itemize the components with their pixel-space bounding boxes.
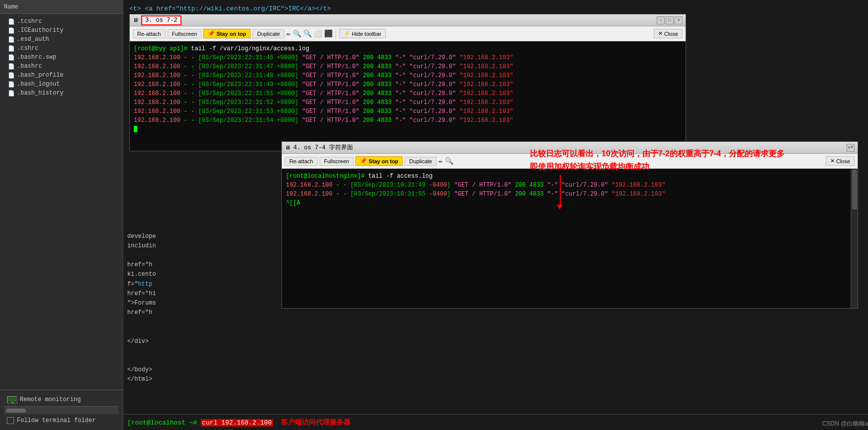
win1-toolbar-icon3[interactable]: 🔍 xyxy=(303,29,312,38)
file-name: .bash_history xyxy=(17,90,64,97)
remote-monitoring-btn[interactable]: Remote monitoring xyxy=(4,394,119,405)
bg-f-http: f="http xyxy=(127,280,259,289)
bg-spacer xyxy=(127,251,259,260)
file-icon: 📄 xyxy=(8,45,15,52)
sidebar-header: Name xyxy=(0,0,123,14)
bg-href2: href="hi xyxy=(127,289,259,299)
file-icon: 📄 xyxy=(8,27,15,34)
hide-toolbar-icon: ⚡ xyxy=(344,30,350,37)
win1-log-line: 192.168.2.100 - - [03/Sep/2023:22:31:54 … xyxy=(134,116,682,125)
win1-prompt: [root@byy api]# xyxy=(134,45,187,52)
win1-titlebar: 🖥 3. os 7-2 ─ □ × xyxy=(130,14,686,26)
win1-toolbar-icon4[interactable]: ⬜ xyxy=(314,29,322,38)
win2-fullscreen-btn[interactable]: Fullscreen xyxy=(320,157,354,166)
sidebar-file-item[interactable]: 📄.tcshrc xyxy=(0,17,123,26)
win2-close-toolbar-btn[interactable]: ✕ Close xyxy=(826,156,855,166)
sidebar-file-item[interactable]: 📄.bash_profile xyxy=(0,71,123,80)
bg-href3: href="h xyxy=(127,308,259,318)
win2-stay-on-top-btn[interactable]: 📌 Stay on top xyxy=(355,156,403,166)
win1-close-icon: ✕ xyxy=(658,30,663,37)
win1-close-toolbar-btn[interactable]: ✕ Close xyxy=(654,29,683,38)
win2-icon: 🖥 xyxy=(285,144,290,151)
win1-close-btn[interactable]: × xyxy=(675,16,683,24)
file-name: .bashrc xyxy=(17,63,42,70)
win1-title: 3. os 7-2 xyxy=(141,15,181,25)
win1-icon: 🖥 xyxy=(133,17,138,23)
win2-prompt: [root@localhostnginx]# xyxy=(286,173,364,180)
win1-toolbar-icon5[interactable]: ⬛ xyxy=(324,29,333,38)
win1-duplicate-btn[interactable]: Duplicate xyxy=(253,29,284,38)
win2-log-container: 192.168.2.100 - - [03/Sep/2023:10:31:49 … xyxy=(286,181,854,199)
win2-close-toolbar-icon: ✕ xyxy=(830,158,835,164)
win1-minimize-btn[interactable]: ─ xyxy=(657,16,665,24)
scroll-thumb xyxy=(6,409,26,413)
bottom-cmd-highlight: curl 192.168.2.100 xyxy=(201,419,272,427)
csdn-badge: CSDN @白幽幽a xyxy=(822,420,868,428)
win2-stay-icon: 📌 xyxy=(360,158,367,164)
win1-terminal-body[interactable]: [root@byy api]# tail -f /var/log/nginx/a… xyxy=(130,41,686,151)
follow-folder-checkbox[interactable] xyxy=(7,417,14,424)
bg-body-close: </body> xyxy=(127,365,259,375)
win1-toolbar-icon1[interactable]: ✏️ xyxy=(286,29,290,38)
terminal-win1: 🖥 3. os 7-2 ─ □ × Re-attach Fullscreen 📌… xyxy=(129,14,686,151)
sidebar-file-item[interactable]: 📄.bash_logout xyxy=(0,80,123,89)
bg-line-1: <t> <a href="http://wiki.centos.org/IRC"… xyxy=(129,5,331,12)
win1-prompt-line: [root@byy api]# tail -f /var/log/nginx/a… xyxy=(134,44,682,53)
bottom-bar: [root@localhost ~# curl 192.168.2.100 客户… xyxy=(123,414,868,430)
sidebar-file-item[interactable]: 📄.esd_auth xyxy=(0,35,123,44)
win2-reattach-btn[interactable]: Re-attach xyxy=(285,157,318,166)
win2-duplicate-btn[interactable]: Duplicate xyxy=(405,157,436,166)
sidebar-scrollbar[interactable] xyxy=(4,406,119,414)
bg-text-includin: includin xyxy=(127,241,259,251)
file-name: .esd_auth xyxy=(17,36,49,43)
sidebar-file-item[interactable]: 📄.bashrc.swp xyxy=(0,53,123,62)
win1-log-line: 192.168.2.100 - - [03/Sep/2023:22:31:51 … xyxy=(134,89,682,98)
win1-log-line: 192.168.2.100 - - [03/Sep/2023:22:31:46 … xyxy=(134,53,682,62)
win1-hide-toolbar-btn[interactable]: ⚡ Hide toolbar xyxy=(339,29,386,38)
file-icon: 📄 xyxy=(8,81,15,88)
sidebar-file-item[interactable]: 📄.bashrc xyxy=(0,62,123,71)
win1-log-line: 192.168.2.100 - - [03/Sep/2023:22:31:52 … xyxy=(134,98,682,107)
win2-scrollbar[interactable] xyxy=(851,169,858,308)
sidebar-header-label: Name xyxy=(4,3,18,10)
win2-scroll-thumb xyxy=(852,170,857,210)
file-icon: 📄 xyxy=(8,36,15,43)
win2-titlebar: 🖥 4. os 7-4 字符界面 ✕ × xyxy=(282,142,858,154)
win1-reattach-btn[interactable]: Re-attach xyxy=(133,29,166,38)
follow-folder-area[interactable]: Follow terminal folder xyxy=(4,414,119,427)
win2-cursor-line: ^[[A xyxy=(286,199,854,208)
win1-log-line: 192.168.2.100 - - [03/Sep/2023:22:31:49 … xyxy=(134,80,682,89)
sidebar-file-item[interactable]: 📄.cshrc xyxy=(0,44,123,53)
win2-toolbar-icon1[interactable]: ✏️ xyxy=(438,157,442,165)
sidebar-file-item[interactable]: 📄.bash_history xyxy=(0,89,123,98)
win2-log-line: 192.168.2.100 - - [03/Sep/2023:10:31:49 … xyxy=(286,181,854,190)
win2-controls: ✕ × xyxy=(847,144,855,152)
win2-close-btn[interactable]: ✕ × xyxy=(847,144,855,152)
bg-text-develope: develope xyxy=(127,232,259,241)
win1-log-line: 192.168.2.100 - - [03/Sep/2023:22:31:48 … xyxy=(134,71,682,80)
terminal-win2: 🖥 4. os 7-4 字符界面 ✕ × Re-attach Fullscree… xyxy=(281,141,858,309)
win1-log-container: 192.168.2.100 - - [03/Sep/2023:22:31:46 … xyxy=(134,53,682,125)
win2-toolbar-icon2[interactable]: 🔍 xyxy=(445,157,453,165)
file-name: .bashrc.swp xyxy=(17,54,56,61)
win2-log-line: 192.168.2.100 - - [03/Sep/2023:10:31:55 … xyxy=(286,190,854,199)
win1-stay-on-top-btn[interactable]: 📌 Stay on top xyxy=(203,29,251,38)
win1-maximize-btn[interactable]: □ xyxy=(666,16,674,24)
file-icon: 📄 xyxy=(8,90,15,97)
sidebar-file-item[interactable]: 📄.ICEauthority xyxy=(0,26,123,35)
win1-toolbar: Re-attach Fullscreen 📌 Stay on top Dupli… xyxy=(130,26,686,41)
remote-monitoring-label: Remote monitoring xyxy=(20,396,81,403)
bottom-annotation: 客户端访问代理服务器 xyxy=(281,418,350,426)
win1-fullscreen-btn[interactable]: Fullscreen xyxy=(168,29,202,38)
bg-html-close: </html> xyxy=(127,375,259,384)
win1-toolbar-icon2[interactable]: 🔍 xyxy=(293,29,301,38)
win2-terminal-body[interactable]: [root@localhostnginx]# tail -f access.lo… xyxy=(282,169,858,308)
file-name: .bash_logout xyxy=(17,81,60,88)
file-icon: 📄 xyxy=(8,63,15,70)
file-name: .cshrc xyxy=(17,45,38,52)
win2-toolbar: Re-attach Fullscreen 📌 Stay on top Dupli… xyxy=(282,154,858,169)
win1-cursor: █ xyxy=(134,125,682,134)
main-area: <t> <a href="http://wiki.centos.org/IRC"… xyxy=(123,0,868,430)
win1-log-line: 192.168.2.100 - - [03/Sep/2023:22:31:47 … xyxy=(134,62,682,71)
win2-command: tail -f access.log xyxy=(368,173,433,180)
